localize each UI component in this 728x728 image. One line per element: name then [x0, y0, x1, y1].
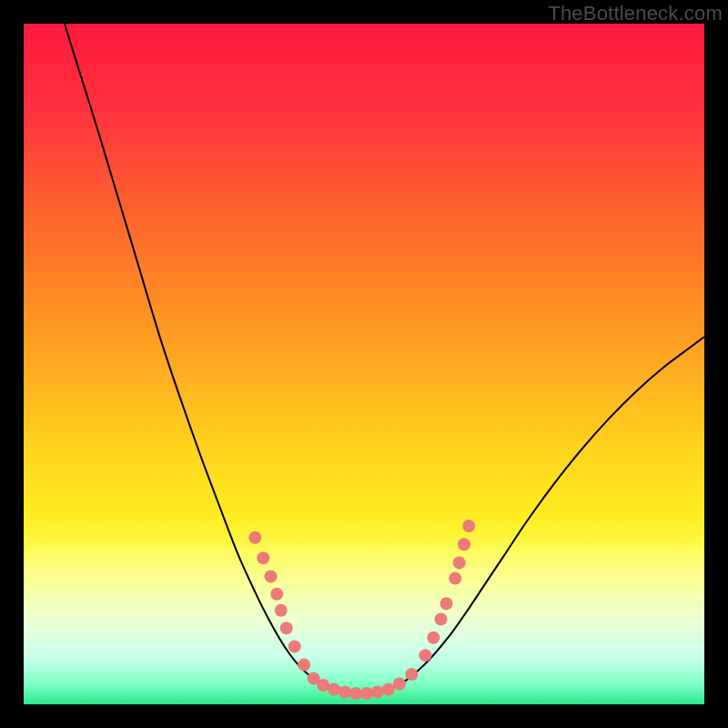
curve-marker	[405, 668, 418, 681]
curve-marker	[275, 604, 288, 617]
curve-marker	[248, 531, 261, 544]
curve-marker	[371, 686, 384, 699]
curve-marker	[349, 687, 362, 700]
soft-band	[24, 514, 704, 681]
curve-marker	[382, 683, 395, 696]
bottleneck-chart	[24, 24, 704, 704]
curve-marker	[257, 551, 269, 564]
curve-marker	[317, 679, 329, 692]
curve-marker	[440, 597, 453, 610]
curve-marker	[298, 659, 310, 672]
curve-marker	[280, 622, 293, 634]
curve-marker	[339, 686, 351, 699]
curve-marker	[435, 613, 448, 626]
curve-marker	[393, 678, 406, 691]
watermark-text: TheBottleneck.com	[548, 2, 723, 25]
curve-marker	[449, 572, 461, 585]
chart-frame	[24, 24, 704, 704]
curve-marker	[360, 687, 373, 700]
curve-marker	[419, 649, 431, 662]
curve-marker	[265, 570, 278, 582]
curve-marker	[270, 588, 283, 601]
curve-marker	[288, 640, 301, 652]
curve-marker	[328, 683, 340, 696]
curve-marker	[427, 632, 440, 644]
curve-marker	[458, 538, 470, 551]
curve-marker	[453, 556, 466, 569]
curve-marker	[462, 520, 475, 532]
